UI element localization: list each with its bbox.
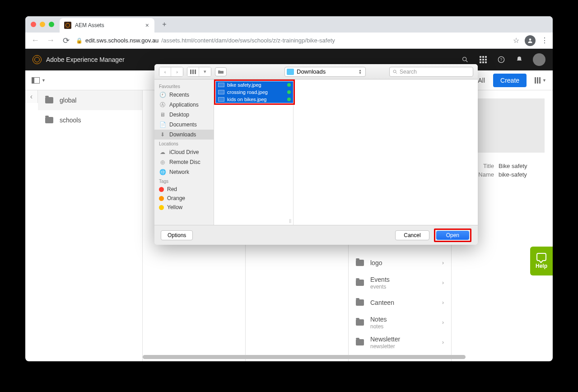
view-switcher[interactable]: ▼	[535, 77, 546, 84]
file-row[interactable]: bike safety.jpeg	[216, 81, 293, 89]
meta-value: Bike safety	[499, 163, 527, 169]
folder-row[interactable]: global	[38, 90, 142, 110]
new-tab-button[interactable]: +	[158, 20, 171, 28]
bookmark-star-icon[interactable]: ☆	[513, 36, 519, 45]
folder-row[interactable]: Canteen ›	[349, 293, 451, 313]
folder-row[interactable]: logo ›	[349, 253, 451, 273]
folder-label: Notes	[370, 316, 387, 323]
folder-row[interactable]: Eventsevents ›	[349, 273, 451, 293]
sidebar-item-documents[interactable]: 📄Documents	[154, 120, 214, 130]
annotation-highlight: Open	[434, 229, 471, 242]
svg-point-1	[463, 57, 466, 61]
back-button[interactable]: ←	[30, 36, 41, 45]
sidebar-item-remote-disc[interactable]: ◎Remote Disc	[154, 157, 214, 167]
search-icon[interactable]	[461, 55, 470, 64]
sidebar-tag-orange[interactable]: Orange	[154, 194, 214, 203]
download-icon: ⬇	[159, 131, 166, 138]
folder-row[interactable]: schools	[38, 110, 142, 130]
options-button[interactable]: Options	[161, 230, 193, 240]
column-layout-icon[interactable]	[187, 67, 199, 76]
view-dropdown-icon[interactable]: ▾	[199, 67, 211, 76]
sidebar-tag-yellow[interactable]: Yellow	[154, 203, 214, 212]
reload-button[interactable]: ⟳	[61, 36, 71, 46]
folder-label: logo	[370, 259, 382, 266]
dialog-forward-button[interactable]: ›	[171, 67, 183, 76]
chevron-right-icon: ›	[442, 299, 444, 306]
sidebar-section-header: Tags	[154, 177, 214, 185]
sidebar-label: Remote Disc	[169, 159, 200, 165]
column-back-button[interactable]: ‹	[25, 90, 38, 103]
svg-point-0	[529, 38, 531, 41]
address-bar[interactable]: 🔒 edit.sws.schools.nsw.gov.au/assets.htm…	[76, 37, 508, 44]
svg-rect-7	[195, 70, 196, 74]
folder-row[interactable]: Notesnotes ›	[349, 313, 451, 332]
rail-toggle[interactable]: ▼	[32, 77, 46, 84]
folder-sublabel: newsletter	[370, 344, 400, 349]
horizontal-scrollbar[interactable]	[143, 355, 546, 359]
column-resize-handle[interactable]: ||	[289, 219, 291, 223]
sidebar-label: Red	[167, 186, 177, 192]
scrollbar-thumb[interactable]	[143, 355, 466, 359]
browser-tab[interactable]: AEM Assets ×	[60, 18, 154, 33]
lock-icon: 🔒	[76, 37, 83, 44]
forward-button[interactable]: →	[45, 36, 56, 45]
folder-label: Events	[370, 276, 390, 283]
sidebar-label: Yellow	[167, 204, 182, 210]
minimize-window-button[interactable]	[40, 22, 45, 27]
folder-label: schools	[60, 117, 81, 124]
dialog-search-input[interactable]: Search	[389, 67, 473, 77]
folder-label: Canteen	[370, 299, 394, 306]
browser-menu-icon[interactable]: ⋮	[541, 36, 548, 45]
help-label: Help	[536, 263, 547, 269]
svg-rect-5	[190, 70, 191, 74]
svg-rect-6	[192, 70, 194, 74]
sidebar-label: Desktop	[169, 112, 189, 118]
folder-row[interactable]: Newsletternewsletter ›	[349, 332, 451, 352]
sidebar-item-recents[interactable]: 🕘Recents	[154, 90, 214, 100]
sidebar-item-desktop[interactable]: 🖥Desktop	[154, 110, 214, 120]
open-button[interactable]: Open	[436, 231, 469, 240]
sidebar-label: Network	[169, 169, 189, 175]
svg-point-8	[393, 70, 396, 73]
sidebar-item-icloud[interactable]: ☁iCloud Drive	[154, 147, 214, 157]
file-row[interactable]: kids on bikes.jpeg	[216, 96, 293, 103]
dialog-sidebar: Favourites 🕘Recents ⒶApplications 🖥Deskt…	[154, 79, 214, 225]
search-icon	[392, 69, 398, 75]
chevron-right-icon: ›	[442, 319, 444, 326]
annotation-highlight: bike safety.jpeg crossing road.jpeg kids…	[214, 79, 295, 105]
view-segment[interactable]: ▾	[187, 67, 211, 77]
sidebar-label: Applications	[169, 102, 199, 108]
create-button[interactable]: Create	[493, 74, 527, 87]
sidebar-item-network[interactable]: 🌐Network	[154, 167, 214, 177]
sync-dot-icon	[287, 90, 291, 94]
folder-path-button[interactable]	[215, 67, 227, 76]
file-row[interactable]: crossing road.jpeg	[216, 89, 293, 96]
tag-dot-icon	[159, 196, 164, 201]
cancel-button[interactable]: Cancel	[395, 230, 429, 240]
sidebar-tag-red[interactable]: Red	[154, 185, 214, 194]
updown-icon: ▲▼	[359, 69, 362, 75]
close-window-button[interactable]	[31, 22, 36, 27]
url-host: edit.sws.schools.nsw.gov.au	[85, 37, 158, 44]
document-icon: 📄	[159, 121, 166, 128]
chevron-down-icon: ▼	[542, 78, 546, 83]
folder-label: global	[60, 97, 76, 104]
help-widget[interactable]: Help	[530, 247, 553, 275]
close-tab-icon[interactable]: ×	[145, 22, 149, 29]
profile-avatar-icon[interactable]	[525, 35, 536, 46]
image-file-icon	[218, 83, 224, 87]
traffic-lights[interactable]	[31, 22, 54, 27]
aem-logo-icon[interactable]	[33, 55, 42, 64]
help-icon[interactable]: ?	[497, 55, 506, 64]
solutions-icon[interactable]	[479, 55, 488, 64]
folder-label: Newsletter	[370, 336, 400, 343]
dialog-back-button[interactable]: ‹	[159, 67, 171, 76]
maximize-window-button[interactable]	[49, 22, 54, 27]
sidebar-item-downloads[interactable]: ⬇Downloads	[154, 130, 214, 140]
sidebar-item-applications[interactable]: ⒶApplications	[154, 100, 214, 110]
user-avatar[interactable]	[533, 53, 545, 66]
path-dropdown[interactable]: Downloads ▲▼	[284, 67, 366, 77]
folder-icon	[356, 319, 364, 326]
file-name: kids on bikes.jpeg	[227, 97, 266, 102]
notifications-icon[interactable]	[515, 55, 524, 64]
